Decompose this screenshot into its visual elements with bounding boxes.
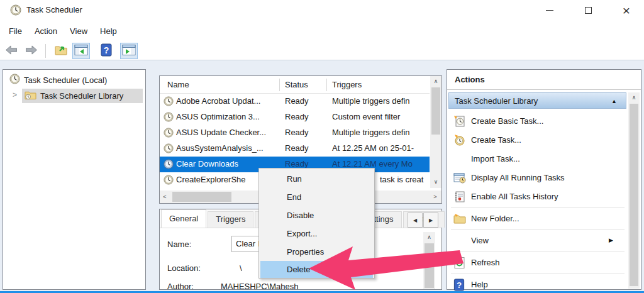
- folder-clock-icon: [25, 90, 36, 102]
- show-console-tree-icon: [74, 44, 88, 58]
- task-name: CreateExplorerShe: [176, 175, 246, 184]
- show-action-pane-icon: [122, 44, 136, 58]
- minimize-button[interactable]: [535, 0, 564, 20]
- scroll-up-icon[interactable]: ∧: [423, 232, 435, 242]
- menu-view[interactable]: View: [64, 24, 94, 38]
- author-field-value: MAHESHPC\Mahesh: [221, 282, 299, 291]
- tree-item-task-scheduler-library[interactable]: Task Scheduler Library: [22, 89, 143, 103]
- context-menu-end[interactable]: End: [260, 189, 373, 206]
- action-display-all-running-tasks[interactable]: Display All Running Tasks: [448, 169, 627, 187]
- context-menu-run[interactable]: Run: [260, 170, 373, 187]
- minimize-icon: [546, 10, 553, 11]
- column-header-status[interactable]: Status: [285, 80, 308, 89]
- tree-item-task-scheduler-local[interactable]: Task Scheduler (Local): [9, 73, 107, 87]
- scroll-up-icon[interactable]: ∧: [628, 92, 640, 102]
- tab-scroll-left-button[interactable]: ◀: [408, 213, 423, 228]
- action-create-task[interactable]: Create Task...: [448, 131, 627, 150]
- preview-vscroll-thumb[interactable]: [425, 243, 434, 288]
- tab-scroll-right-button[interactable]: ▶: [423, 213, 438, 228]
- task-row-asus-update-checker[interactable]: ASUS Update Checker... Ready Multiple tr…: [160, 125, 430, 141]
- context-menu-delete[interactable]: Delete: [260, 261, 373, 278]
- action-refresh[interactable]: Refresh: [448, 253, 627, 272]
- action-label: Enable All Tasks History: [471, 192, 558, 201]
- list-hscroll-thumb[interactable]: [172, 192, 231, 202]
- scroll-right-icon[interactable]: >: [430, 192, 440, 202]
- column-header-name[interactable]: Name: [167, 80, 189, 89]
- export-list-button[interactable]: [52, 43, 70, 59]
- scroll-up-icon[interactable]: ∧: [430, 76, 441, 86]
- action-label: Create Basic Task...: [471, 116, 543, 126]
- help-icon: ?: [101, 43, 112, 58]
- context-menu: Run End Disable Export... Properties Del…: [258, 168, 375, 279]
- menu-action[interactable]: Action: [28, 24, 64, 38]
- back-button[interactable]: [3, 43, 20, 59]
- expander-chevron-icon[interactable]: >: [13, 91, 17, 99]
- task-triggers: At 12.21 AM every Mo: [332, 159, 413, 169]
- show-console-tree-button[interactable]: [72, 43, 90, 59]
- close-button[interactable]: ×: [612, 0, 641, 20]
- task-clock-icon: [164, 112, 174, 122]
- tab-triggers[interactable]: Triggers: [208, 211, 253, 228]
- task-triggers: At 12.25 AM on 25-01-: [332, 143, 414, 153]
- actions-section-task-scheduler-library[interactable]: Task Scheduler Library ▲: [448, 92, 626, 109]
- actions-section-title: Task Scheduler Library: [455, 96, 538, 106]
- history-log-icon: [453, 191, 466, 203]
- name-field-label: Name:: [167, 240, 191, 249]
- column-divider[interactable]: [326, 79, 327, 91]
- task-status: Ready: [285, 159, 309, 169]
- menu-help[interactable]: Help: [94, 24, 123, 38]
- svg-text:?: ?: [104, 45, 109, 55]
- task-list-header: Name Status Triggers: [160, 76, 430, 94]
- task-clock-icon: [164, 159, 174, 169]
- actions-separator: [451, 274, 625, 274]
- scroll-down-icon[interactable]: ∨: [430, 177, 441, 187]
- toolbar-separator: [45, 44, 46, 58]
- actions-separator: [451, 207, 625, 208]
- menu-file[interactable]: File: [3, 24, 28, 38]
- task-name: Clear Downloads: [176, 159, 238, 169]
- help-icon: ?: [453, 279, 466, 291]
- actions-vscroll-thumb[interactable]: [630, 104, 638, 286]
- action-enable-all-tasks-history[interactable]: Enable All Tasks History: [448, 187, 627, 206]
- action-import-task[interactable]: Import Task...: [448, 150, 627, 169]
- context-menu-disable[interactable]: Disable: [260, 207, 373, 224]
- left-triangle-icon: ◀: [413, 218, 417, 223]
- action-label: Import Task...: [471, 154, 520, 163]
- create-basic-task-icon: [453, 115, 466, 128]
- task-row-asus-system-analysis[interactable]: AsusSystemAnalysis_... Ready At 12.25 AM…: [160, 141, 430, 157]
- task-triggers: Custom event filter: [332, 112, 400, 121]
- maximize-button[interactable]: [574, 0, 602, 20]
- column-header-triggers[interactable]: Triggers: [332, 80, 362, 89]
- maximize-icon: [585, 7, 592, 14]
- show-action-pane-button[interactable]: [120, 43, 138, 59]
- task-row-asus-optimization[interactable]: ASUS Optimization 3... Ready Custom even…: [160, 109, 430, 125]
- actions-separator: [451, 229, 625, 230]
- context-menu-export[interactable]: Export...: [260, 225, 373, 242]
- action-help[interactable]: ? Help: [448, 275, 627, 293]
- tab-general[interactable]: General: [161, 209, 206, 228]
- task-triggers: Multiple triggers defin: [332, 128, 410, 137]
- action-create-basic-task[interactable]: Create Basic Task...: [448, 112, 627, 131]
- actions-panel: Actions Task Scheduler Library ▲ Create …: [447, 69, 641, 290]
- action-label: Refresh: [471, 258, 500, 267]
- collapse-triangle-icon[interactable]: ▲: [611, 98, 617, 104]
- location-field-label: Location:: [167, 263, 201, 273]
- task-clock-icon: [164, 175, 174, 185]
- author-field-label: Author:: [167, 282, 194, 291]
- action-label: Help: [471, 280, 488, 289]
- task-row-adobe-acrobat[interactable]: Adobe Acrobat Updat... Ready Multiple tr…: [160, 94, 430, 109]
- action-new-folder[interactable]: New Folder...: [448, 209, 627, 228]
- list-vscroll-thumb[interactable]: [431, 87, 440, 135]
- action-view[interactable]: View ▶: [448, 231, 627, 250]
- context-menu-properties[interactable]: Properties: [260, 243, 373, 260]
- no-icon: [453, 153, 466, 165]
- column-divider[interactable]: [279, 79, 280, 91]
- console-tree-panel: Task Scheduler (Local) > Task Scheduler …: [3, 69, 146, 290]
- back-icon: [5, 45, 18, 57]
- scroll-left-icon[interactable]: <: [160, 192, 170, 202]
- help-button[interactable]: ?: [97, 43, 115, 59]
- task-status: Ready: [285, 143, 309, 153]
- create-task-icon: [453, 134, 466, 146]
- task-triggers: Multiple triggers defin: [332, 96, 410, 106]
- forward-button[interactable]: [23, 43, 40, 59]
